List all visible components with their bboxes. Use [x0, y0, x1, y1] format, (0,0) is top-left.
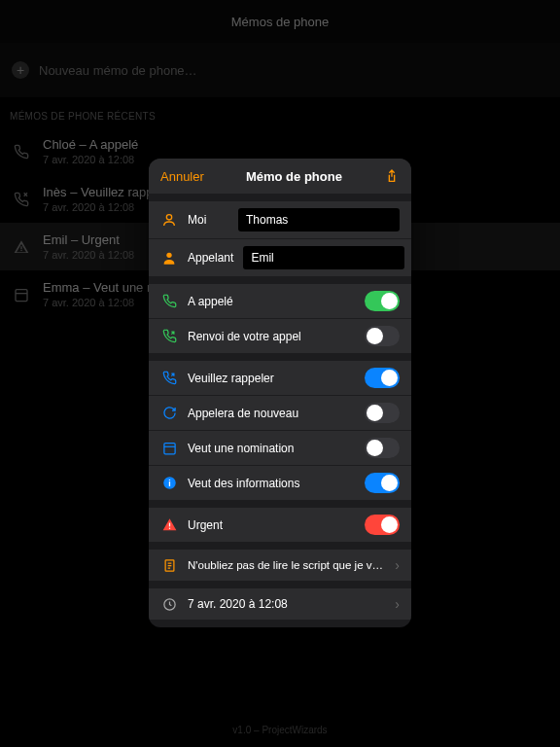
warning-icon: [12, 237, 31, 257]
me-field[interactable]: [238, 208, 400, 231]
memo-modal: Annuler Mémo de phone Moi Appelant A ap: [149, 159, 411, 627]
action-group: Veuillez rappeler Appelera de nouveau Ve…: [149, 361, 411, 500]
callback-icon: [12, 190, 31, 209]
phone-out-icon: [160, 370, 178, 387]
appointment-label: Veut une nomination: [188, 442, 355, 455]
info-toggle[interactable]: [365, 473, 400, 493]
svg-rect-0: [16, 289, 27, 301]
svg-text:i: i: [168, 479, 170, 488]
calendar-icon: [12, 285, 31, 304]
identity-group: Moi Appelant: [149, 201, 411, 276]
willcall-row: Appelera de nouveau: [149, 395, 411, 430]
urgent-row: Urgent: [149, 508, 411, 542]
returned-label: Renvoi de votre appel: [188, 330, 355, 343]
urgent-label: Urgent: [188, 518, 355, 532]
modal-header: Annuler Mémo de phone: [149, 159, 411, 194]
caller-label: Appelant: [188, 251, 233, 265]
info-label: Veut des informations: [188, 477, 355, 490]
cancel-button[interactable]: Annuler: [160, 169, 204, 184]
info-row: i Veut des informations: [149, 465, 411, 500]
section-header: MÉMOS DE PHONE RÉCENTS: [0, 97, 560, 127]
called-toggle[interactable]: [365, 291, 400, 311]
new-memo-row[interactable]: + Nouveau mémo de phone…: [0, 43, 560, 97]
svg-rect-4: [163, 444, 174, 454]
date-text: 7 avr. 2020 à 12:08: [188, 597, 385, 611]
new-memo-label: Nouveau mémo de phone…: [39, 63, 197, 78]
clock-icon: [160, 595, 178, 613]
callback-label: Veuillez rappeler: [188, 372, 355, 385]
caller-field[interactable]: [243, 246, 404, 269]
footer-version: v1.0 – ProjectWizards: [0, 725, 560, 735]
svg-rect-9: [168, 528, 169, 529]
item-sub: 7 avr. 2020 à 12:08: [43, 154, 138, 165]
me-label: Moi: [188, 213, 228, 227]
returned-row: Renvoi de votre appel: [149, 318, 411, 353]
note-row[interactable]: N'oubliez pas de lire le script que je v…: [149, 550, 411, 581]
calendar-icon: [160, 440, 178, 457]
returned-toggle[interactable]: [365, 326, 400, 346]
appointment-row: Veut une nomination: [149, 430, 411, 465]
callback-toggle[interactable]: [365, 368, 400, 388]
called-label: A appelé: [188, 295, 355, 308]
note-group: N'oubliez pas de lire le script que je v…: [149, 550, 411, 581]
urgent-group: Urgent: [149, 508, 411, 542]
phone-in-icon: [160, 293, 178, 310]
date-row[interactable]: 7 avr. 2020 à 12:08 ›: [149, 588, 411, 620]
phone-icon: [12, 142, 31, 161]
plus-icon: +: [12, 61, 29, 79]
willcall-toggle[interactable]: [365, 403, 400, 423]
call-status-group: A appelé Renvoi de votre appel: [149, 284, 411, 353]
modal-title: Mémo de phone: [246, 169, 342, 184]
svg-point-3: [166, 253, 171, 258]
chevron-right-icon: ›: [395, 596, 400, 612]
person-icon: [160, 211, 178, 229]
person-icon: [160, 249, 178, 267]
info-icon: i: [160, 475, 178, 492]
called-row: A appelé: [149, 284, 411, 318]
item-sub: 7 avr. 2020 à 12:08: [43, 249, 134, 261]
share-icon[interactable]: [384, 168, 400, 184]
chevron-right-icon: ›: [395, 557, 400, 573]
refresh-icon: [160, 405, 178, 422]
svg-point-2: [166, 215, 171, 220]
callback-row: Veuillez rappeler: [149, 361, 411, 395]
phone-return-icon: [160, 328, 178, 345]
warning-icon: [160, 516, 178, 534]
note-text: N'oubliez pas de lire le script que je v…: [188, 559, 385, 571]
caller-row: Appelant: [149, 238, 411, 276]
urgent-toggle[interactable]: [365, 515, 400, 535]
item-title: Chloé – A appelé: [43, 137, 138, 152]
date-group: 7 avr. 2020 à 12:08 ›: [149, 588, 411, 620]
svg-rect-8: [168, 523, 169, 527]
willcall-label: Appelera de nouveau: [188, 407, 355, 420]
app-header: Mémos de phone: [0, 0, 560, 43]
item-title: Emil – Urgent: [43, 232, 134, 247]
appointment-toggle[interactable]: [365, 438, 400, 458]
note-icon: [160, 556, 178, 574]
me-row: Moi: [149, 201, 411, 238]
app-title: Mémos de phone: [231, 15, 329, 29]
